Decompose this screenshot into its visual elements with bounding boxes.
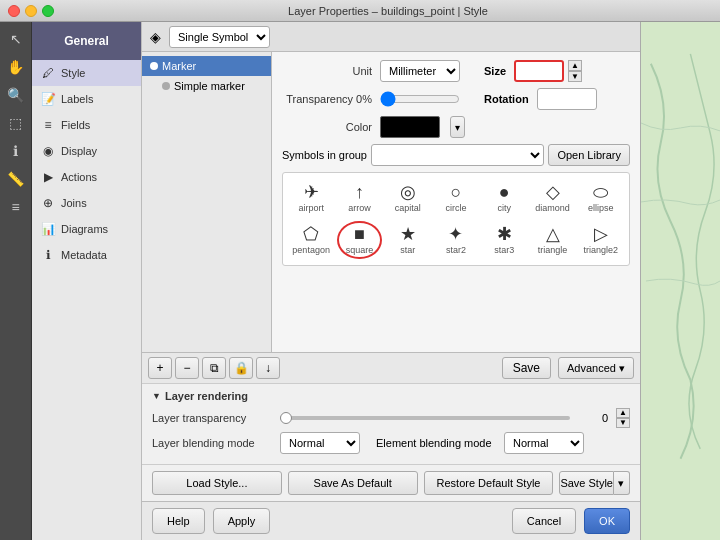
layer-rendering-header[interactable]: ▼ Layer rendering bbox=[152, 390, 630, 402]
symbol-cell-triangle[interactable]: △triangle bbox=[530, 221, 574, 259]
size-control: 1 ▲ ▼ bbox=[514, 60, 582, 82]
sidebar-item-display[interactable]: ◉ Display bbox=[32, 138, 141, 164]
display-icon: ◉ bbox=[40, 143, 56, 159]
color-swatch[interactable] bbox=[380, 116, 440, 138]
element-blending-select[interactable]: Normal bbox=[504, 432, 584, 454]
layer-blending-select[interactable]: Normal bbox=[280, 432, 360, 454]
symbol-cell-ellipse[interactable]: ⬭ellipse bbox=[579, 179, 623, 217]
symbol-shape-airport: ✈ bbox=[304, 183, 319, 201]
sidebar-item-style[interactable]: 🖊 Style bbox=[32, 60, 141, 86]
rotation-input[interactable]: 0.00° bbox=[537, 88, 597, 110]
sidebar-item-fields[interactable]: ≡ Fields bbox=[32, 112, 141, 138]
symbol-shape-arrow: ↑ bbox=[355, 183, 364, 201]
transparency-slider[interactable] bbox=[380, 91, 460, 107]
window-title: Layer Properties – buildings_point | Sty… bbox=[64, 5, 712, 17]
save-style-button[interactable]: Save Style bbox=[559, 471, 614, 495]
symbol-type-select[interactable]: Single Symbol bbox=[169, 26, 270, 48]
layer-rendering-section: ▼ Layer rendering Layer transparency 0 ▲… bbox=[142, 383, 640, 464]
sidebar-joins-label: Joins bbox=[61, 197, 87, 209]
symbol-cell-square[interactable]: ■square bbox=[337, 221, 381, 259]
move-down-btn[interactable]: ↓ bbox=[256, 357, 280, 379]
symbol-cell-airport[interactable]: ✈airport bbox=[289, 179, 333, 217]
diagrams-icon: 📊 bbox=[40, 221, 56, 237]
symbol-name-star3: star3 bbox=[494, 245, 514, 255]
transparency-down-btn[interactable]: ▼ bbox=[616, 418, 630, 428]
maximize-button[interactable] bbox=[42, 5, 54, 17]
toolbar-zoom-in[interactable]: 🔍 bbox=[3, 82, 29, 108]
toolbar-pointer[interactable]: ↖ bbox=[3, 26, 29, 52]
sidebar-item-diagrams[interactable]: 📊 Diagrams bbox=[32, 216, 141, 242]
sidebar-item-joins[interactable]: ⊕ Joins bbox=[32, 190, 141, 216]
add-symbol-btn[interactable]: + bbox=[148, 357, 172, 379]
symbol-cell-star[interactable]: ★star bbox=[386, 221, 430, 259]
toolbar-measure[interactable]: 📏 bbox=[3, 166, 29, 192]
symbol-cell-triangle2[interactable]: ▷triangle2 bbox=[579, 221, 623, 259]
cancel-button[interactable]: Cancel bbox=[512, 508, 576, 534]
sidebar-item-metadata[interactable]: ℹ Metadata bbox=[32, 242, 141, 268]
toolbar-select[interactable]: ⬚ bbox=[3, 110, 29, 136]
transparency-up-btn[interactable]: ▲ bbox=[616, 408, 630, 418]
open-library-button[interactable]: Open Library bbox=[548, 144, 630, 166]
layer-transparency-slider[interactable] bbox=[280, 416, 570, 420]
toolbar-pan[interactable]: ✋ bbox=[3, 54, 29, 80]
toolbar-layer[interactable]: ≡ bbox=[3, 194, 29, 220]
save-as-default-button[interactable]: Save As Default bbox=[288, 471, 418, 495]
unit-select[interactable]: Millimeter bbox=[380, 60, 460, 82]
symbol-name-city: city bbox=[498, 203, 512, 213]
load-style-button[interactable]: Load Style... bbox=[152, 471, 282, 495]
size-up-btn[interactable]: ▲ bbox=[568, 60, 582, 71]
marker-item-marker[interactable]: Marker bbox=[142, 56, 271, 76]
color-label: Color bbox=[282, 121, 372, 133]
sidebar-item-actions[interactable]: ▶ Actions bbox=[32, 164, 141, 190]
save-style-dropdown-btn[interactable]: ▾ bbox=[614, 471, 630, 495]
symbol-cell-star3[interactable]: ✱star3 bbox=[482, 221, 526, 259]
transparency-label: Transparency 0% bbox=[282, 93, 372, 105]
symbol-shape-circle: ○ bbox=[451, 183, 462, 201]
size-down-btn[interactable]: ▼ bbox=[568, 71, 582, 82]
save-button[interactable]: Save bbox=[502, 357, 551, 379]
slider-thumb[interactable] bbox=[280, 412, 292, 424]
close-button[interactable] bbox=[8, 5, 20, 17]
advanced-button[interactable]: Advanced ▾ bbox=[558, 357, 634, 379]
size-input[interactable]: 1 bbox=[514, 60, 564, 82]
symbol-name-triangle: triangle bbox=[538, 245, 568, 255]
help-button[interactable]: Help bbox=[152, 508, 205, 534]
transparency-stepper[interactable]: ▲ ▼ bbox=[616, 408, 630, 428]
symbol-cell-pentagon[interactable]: ⬠pentagon bbox=[289, 221, 333, 259]
sidebar-fields-label: Fields bbox=[61, 119, 90, 131]
duplicate-symbol-btn[interactable]: ⧉ bbox=[202, 357, 226, 379]
apply-button[interactable]: Apply bbox=[213, 508, 271, 534]
unit-row: Unit Millimeter Size 1 ▲ ▼ bbox=[282, 60, 630, 82]
symbol-cell-circle[interactable]: ○circle bbox=[434, 179, 478, 217]
marker-item-simple[interactable]: Simple marker bbox=[142, 76, 271, 96]
lock-symbol-btn[interactable]: 🔒 bbox=[229, 357, 253, 379]
symbol-cell-star2[interactable]: ✦star2 bbox=[434, 221, 478, 259]
properties-panel: Marker Simple marker Unit Millimeter Siz… bbox=[142, 52, 640, 352]
minimize-button[interactable] bbox=[25, 5, 37, 17]
symbols-group-select[interactable] bbox=[371, 144, 544, 166]
style-buttons-row: Load Style... Save As Default Restore De… bbox=[142, 464, 640, 501]
symbol-cell-arrow[interactable]: ↑arrow bbox=[337, 179, 381, 217]
style-icon: 🖊 bbox=[40, 65, 56, 81]
symbol-cell-diamond[interactable]: ◇diamond bbox=[530, 179, 574, 217]
symbol-name-circle: circle bbox=[445, 203, 466, 213]
color-menu-btn[interactable]: ▾ bbox=[450, 116, 465, 138]
save-style-group: Save Style ▾ bbox=[559, 471, 630, 495]
sidebar: General 🖊 Style 📝 Labels ≡ Fields ◉ Disp… bbox=[32, 22, 142, 540]
restore-default-button[interactable]: Restore Default Style bbox=[424, 471, 554, 495]
marker-label: Marker bbox=[162, 60, 196, 72]
sidebar-item-labels[interactable]: 📝 Labels bbox=[32, 86, 141, 112]
main-layout: ↖ ✋ 🔍 ⬚ ℹ 📏 ≡ General 🖊 Style 📝 Labels ≡… bbox=[0, 22, 720, 540]
remove-symbol-btn[interactable]: − bbox=[175, 357, 199, 379]
symbols-group-label: Symbols in group bbox=[282, 149, 367, 161]
symbol-name-triangle2: triangle2 bbox=[584, 245, 619, 255]
size-stepper[interactable]: ▲ ▼ bbox=[568, 60, 582, 82]
window-controls[interactable] bbox=[8, 5, 54, 17]
toolbar-identify[interactable]: ℹ bbox=[3, 138, 29, 164]
symbol-cell-city[interactable]: ●city bbox=[482, 179, 526, 217]
ok-button[interactable]: OK bbox=[584, 508, 630, 534]
symbol-name-capital: capital bbox=[395, 203, 421, 213]
symbol-cell-capital[interactable]: ◎capital bbox=[386, 179, 430, 217]
symbol-shape-triangle: △ bbox=[546, 225, 560, 243]
map-preview bbox=[640, 22, 720, 540]
